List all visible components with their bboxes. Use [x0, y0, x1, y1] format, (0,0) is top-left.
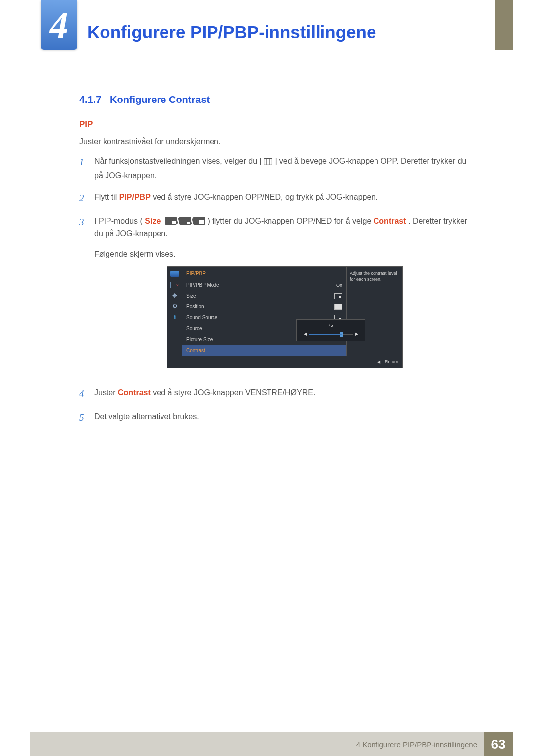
header-accent-bar — [495, 0, 513, 50]
step-4-text-a: Juster — [94, 388, 118, 397]
osd-help-text: Adjust the contrast level for each scree… — [350, 271, 397, 282]
step-number: 1 — [79, 155, 86, 182]
step-2-text-b: ved å styre JOG-knappen OPP/NED, og tryk… — [153, 193, 377, 201]
osd-label: Position — [186, 303, 204, 311]
section-heading: 4.1.7 Konfigurere Contrast — [79, 94, 476, 105]
step-5-text: Det valgte alternativet brukes. — [94, 410, 199, 425]
step-2: 2 Flytt til PIP/PBP ved å styre JOG-knap… — [79, 191, 476, 205]
step-3-text-b: ) flytter du JOG-knappen OPP/NED for å v… — [208, 217, 374, 225]
section-number: 4.1.7 — [79, 94, 101, 105]
osd-return-label[interactable]: Return — [385, 359, 398, 364]
osd-help-panel: Adjust the contrast level for each scree… — [346, 267, 402, 356]
step-4-text-b: ved å styre JOG-knappen VENSTRE/HØYRE. — [153, 388, 315, 397]
step-1: 1 Når funksjonstastveiledningen vises, v… — [79, 155, 476, 182]
step-3-size: Size — [145, 217, 160, 225]
osd-footer: ◀ Return — [167, 356, 402, 368]
osd-row-contrast[interactable]: Contrast — [182, 345, 346, 356]
subheading-pip: PIP — [79, 119, 476, 129]
osd-sidebar: ✥ ⚙ ℹ — [167, 267, 182, 356]
slider-right-arrow[interactable]: ▶ — [355, 331, 358, 338]
chapter-header: 4 Konfigurere PIP/PBP-innstillingene — [0, 0, 535, 50]
osd-icon-picture — [170, 270, 180, 278]
step-2-pip: PIP/PBP — [119, 193, 151, 201]
osd-label: Sound Source — [186, 314, 217, 322]
osd-contrast-slider[interactable]: 75 ◀ ▶ — [296, 319, 365, 341]
slider-thumb[interactable] — [340, 332, 343, 337]
menu-icon — [264, 156, 272, 169]
chapter-number-box: 4 — [41, 0, 77, 50]
intro-text: Juster kontrastnivået for underskjermen. — [79, 137, 476, 146]
slider-left-arrow[interactable]: ◀ — [304, 331, 307, 338]
osd-slider-value: 75 — [300, 322, 362, 329]
step-4-contrast: Contrast — [118, 388, 151, 397]
osd-label: Picture Size — [186, 336, 213, 344]
slider-track[interactable] — [309, 334, 353, 335]
osd-icon-info: ℹ — [170, 313, 180, 321]
step-number: 4 — [79, 386, 86, 401]
step-1-text-a: Når funksjonstastveiledningen vises, vel… — [94, 157, 262, 165]
step-5: 5 Det valgte alternativet brukes. — [79, 410, 476, 425]
step-number: 2 — [79, 191, 86, 205]
step-number: 5 — [79, 410, 86, 425]
section-title: Konfigurere Contrast — [110, 94, 210, 105]
size-icon-medium — [193, 217, 205, 225]
step-3-follow: Følgende skjerm vises. — [94, 248, 476, 261]
osd-icon-pbp — [170, 281, 180, 289]
step-3-text-a: I PIP-modus ( — [94, 217, 143, 225]
osd-label: Size — [186, 292, 196, 300]
chapter-title: Konfigurere PIP/PBP-innstillingene — [87, 22, 376, 42]
osd-menu: ✥ ⚙ ℹ PIP/PBP PIP/PBP Mode On — [167, 266, 403, 368]
size-icon-small — [179, 217, 191, 225]
size-icon-large — [165, 217, 177, 225]
position-preview-icon — [334, 304, 342, 310]
size-preview-icon — [334, 293, 342, 299]
svg-rect-0 — [264, 159, 272, 165]
chapter-number: 4 — [50, 3, 68, 47]
osd-row-position[interactable]: Position — [182, 302, 346, 312]
osd-label: Contrast — [186, 347, 205, 354]
osd-label: Source — [186, 325, 202, 333]
osd-label: PIP/PBP Mode — [186, 281, 219, 289]
return-arrow-icon: ◀ — [377, 360, 380, 364]
osd-title: PIP/PBP — [182, 267, 346, 280]
osd-row-mode[interactable]: PIP/PBP Mode On — [182, 280, 346, 291]
step-3-contrast: Contrast — [374, 217, 406, 225]
step-2-text-a: Flytt til — [94, 193, 119, 201]
osd-icon-move: ✥ — [170, 292, 180, 300]
osd-row-size[interactable]: Size — [182, 291, 346, 302]
osd-value: On — [336, 282, 342, 289]
step-number: 3 — [79, 215, 86, 378]
osd-icon-settings: ⚙ — [170, 302, 180, 310]
step-3: 3 I PIP-modus ( Size // ) flytter du JOG… — [79, 215, 476, 378]
step-4: 4 Juster Contrast ved å styre JOG-knappe… — [79, 386, 476, 401]
